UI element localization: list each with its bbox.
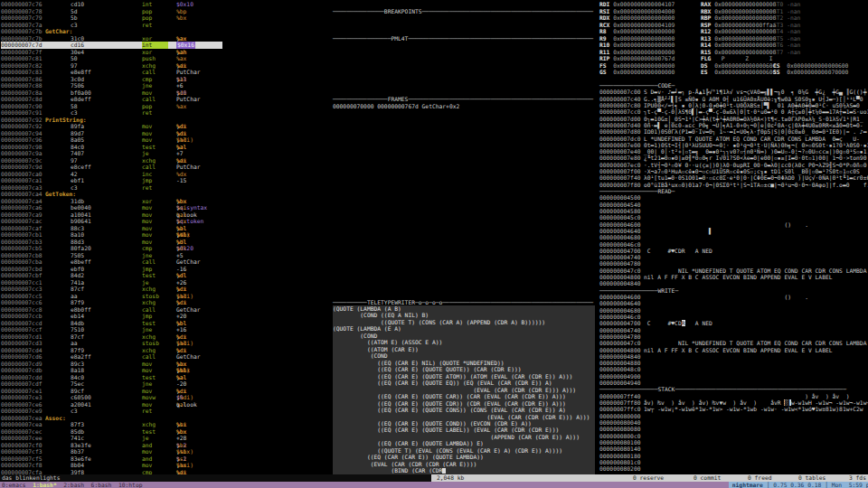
- disasm-row[interactable]: 000000007ca9a10041movq.look,%ax: [1, 211, 332, 219]
- disasm-row[interactable]: 000000007caf88c3mov%al,%bl: [1, 225, 332, 232]
- disasm-row[interactable]: 000000007c9058pop%ax: [1, 103, 332, 110]
- instruction-bytes: 84db: [71, 320, 84, 327]
- instruction-bytes: 3c0d: [71, 76, 84, 83]
- disasm-row[interactable]: 000000007c9489d7mov%dx,%di: [1, 130, 332, 137]
- disasm-row[interactable]: 000000007cee741cje+28: [1, 435, 332, 442]
- instruction-bytes: 741c: [71, 435, 84, 442]
- instruction-address: 000000007cd1: [1, 333, 42, 341]
- instruction-bytes: c60500: [71, 394, 91, 401]
- tmux-window-1bash[interactable]: 1:bash*: [26, 482, 57, 488]
- disasm-row[interactable]: 000000007ca1ebf1jmp-15: [1, 177, 332, 184]
- disasm-row[interactable]: 000000007c9289famov%di,%dx: [1, 123, 332, 130]
- disasm-row[interactable]: 000000007c863c0dcmp$13,%al: [1, 76, 332, 83]
- disasm-row[interactable]: 000000007ccbeb14jmp+20: [1, 313, 332, 320]
- disasm-row[interactable]: 000000007c8abf0a00mov$10,%di: [1, 89, 332, 97]
- disasm-row[interactable]: 000000007cb388d3mov%dl,%bl: [1, 239, 332, 246]
- instruction-bytes: 87f9: [71, 347, 84, 354]
- tmux-window-2bash[interactable]: 2:bash: [57, 482, 84, 488]
- memory-row: 000000007d000┐▬10G±│_0S¬1¹|C>╪A(t╪¹╪A0R0…: [599, 116, 867, 122]
- disasm-row[interactable]: 000000007cb580fa20cmp$0x20,%dl: [1, 245, 332, 252]
- disasm-row[interactable]: 000000007cf38b37mov(%bx),%si: [1, 448, 332, 455]
- teletypewriter-screen[interactable]: (QUOTE (LAMBDA (A B) (COND ((EQ A NIL) B…: [333, 305, 595, 474]
- disasm-row[interactable]: 000000007cdd84c0test%al,%al: [1, 374, 332, 381]
- disasm-row[interactable]: 000000007cc1741aje+26: [1, 279, 332, 286]
- disasm-row[interactable]: 000000007cc8e8b0ffcallGetChar: [1, 306, 332, 314]
- tmux-window-6bash[interactable]: 6:bash: [84, 482, 111, 488]
- disasm-row[interactable]: 000000007ce9c3ret: [1, 408, 332, 415]
- disasm-row[interactable]: 000000007c9c97xchg%ax,%di: [1, 157, 332, 164]
- memory-row: 000000004740: [599, 254, 867, 260]
- disasm-row[interactable]: 000000007c887506jne+6: [1, 82, 332, 89]
- disasm-row[interactable]: 000000007cec85dbtest%bx,%bx: [1, 428, 332, 436]
- disasm-row[interactable]: 000000007c7f30e4xor%ah,%ah: [1, 49, 332, 56]
- disasm-row[interactable]: 000000007cdb8a18mov(%bx,%si),%bl: [1, 367, 332, 374]
- disasm-row[interactable]: 000000007ccd84dbtest%bl,%bl: [1, 320, 332, 327]
- disasm-row[interactable]: 000000007c7b31c0xor%ax,%ax: [1, 35, 332, 42]
- disasm-row[interactable]: 000000007cd989c3mov%ax,%bx: [1, 361, 332, 368]
- disasm-row[interactable]: 000000007ca3c3ret: [1, 184, 332, 192]
- tmux-window-0emacs[interactable]: 0:emacs: [2, 482, 26, 488]
- disasm-row[interactable]: 000000007ce189cfmov%cx,%di: [1, 388, 332, 395]
- tty-line: ((EQ (CAR E) (QUOTE QUOTE)) (CAR (CDR E)…: [333, 366, 595, 372]
- disasm-row[interactable]: 000000007ca431dbxor%bx,%bx: [1, 198, 332, 205]
- disasm-row[interactable]: 000000007c76cd10int$0x10: [1, 1, 332, 8]
- disasm-row[interactable]: 000000007cacb90641mov$q.token,%cx: [1, 218, 332, 225]
- disasm-row[interactable]: 000000007cd187cfxchg%di,%cx: [1, 333, 332, 341]
- disasm-label-row[interactable]: 000000007c7bGetChar:: [1, 28, 332, 35]
- disasm-label-row[interactable]: 000000007ceaAssoc:: [1, 415, 332, 422]
- disasm-row[interactable]: 000000007cf583e6feand$-2,%si: [1, 455, 332, 463]
- disasm-row[interactable]: 000000007cb18a10mov(%bx,%si),%dl: [1, 231, 332, 239]
- disasm-row[interactable]: 000000007ce3c60500movw$0,(%di): [1, 394, 332, 401]
- instruction-mnemonic: je: [142, 150, 149, 157]
- disasm-row[interactable]: 000000007c9de8ceffcallPutChar: [1, 164, 332, 171]
- disasm-row[interactable]: 000000007ccf7510jne+16: [1, 326, 332, 333]
- disasm-row[interactable]: 000000007ce6a20041mov%al,q.look: [1, 401, 332, 408]
- disasm-row[interactable]: 000000007ca6be0040mov$q.syntax,%si: [1, 204, 332, 211]
- disasm-row[interactable]: 000000007cc687f9xchg%cx,%di: [1, 299, 332, 306]
- disasm-row[interactable]: 000000007c968a05mov(%di),%al: [1, 136, 332, 144]
- disasm-row[interactable]: 000000007c91c3ret: [1, 109, 332, 117]
- memory-row: 000000080000: [599, 413, 867, 419]
- disasm-row[interactable]: 000000007c7ac3ret: [1, 22, 332, 29]
- disasm-row[interactable]: 000000007cbdebf0jmp-16: [1, 266, 332, 273]
- instruction-address: 000000007c79: [1, 14, 42, 22]
- disasm-row[interactable]: 000000007cd487f9xchg%cx,%di: [1, 347, 332, 354]
- disasm-row[interactable]: 000000007cd6e8a2ffcallGetChar: [1, 353, 332, 361]
- disasm-row[interactable]: 000000007c785dpop%bp: [1, 8, 332, 15]
- disasm-label-row[interactable]: 000000007c92PrintString:: [1, 117, 332, 124]
- disasm-row[interactable]: 000000007c8de8deffcallPutChar: [1, 96, 332, 103]
- disasm-row[interactable]: 000000007cd3aastosb%al,(%di): [1, 340, 332, 347]
- disasm-row[interactable]: 000000007c83e8e8ffcallPutChar: [1, 69, 332, 76]
- disasm-row[interactable]: 000000007c8297xchg%ax,%di: [1, 62, 332, 70]
- disasm-row[interactable]: 000000007cf083e3feand$-2,%bx: [1, 442, 332, 449]
- frame-entry[interactable]: 000000070000 00000000767d GetChar+0x2: [333, 103, 459, 110]
- instruction-mnemonic: jne: [142, 380, 152, 388]
- disasm-row[interactable]: 000000007c8150push%ax: [1, 55, 332, 62]
- disasm-row[interactable]: 000000007cc387cfxchg%di,%cx: [1, 286, 332, 293]
- symbol-label: PrintString:: [45, 117, 87, 124]
- disasm-row[interactable]: 000000007cdf75ecjne-20: [1, 380, 332, 388]
- instruction-address: 000000007cc1: [1, 279, 42, 286]
- memory-row: 0000000046c0: [599, 241, 867, 248]
- instruction-mnemonic: mov: [142, 448, 152, 455]
- disasm-row[interactable]: 000000007cf88b04mov(%si),%ax: [1, 462, 332, 469]
- disasm-row[interactable]: 000000007cbae8beffcallGetChar: [1, 258, 332, 266]
- instruction-bytes: 7505: [71, 252, 84, 259]
- disasm-row[interactable]: 000000007cea87f3xchg%bx,%si: [1, 421, 332, 428]
- instruction-mnemonic: xchg: [142, 62, 156, 70]
- disasm-row[interactable]: 000000007c7dcd16int$0x16: [1, 42, 222, 49]
- tmux-window-10htop[interactable]: 10:htop: [111, 482, 142, 488]
- disasm-row[interactable]: 000000007c9a7407je+7: [1, 150, 332, 157]
- disasm-row[interactable]: 000000007c795bpop%bx: [1, 14, 332, 22]
- disasm-row[interactable]: 000000007c9884c0test%al,%al: [1, 144, 332, 151]
- disasm-row[interactable]: 000000007cb87505jne+5: [1, 252, 332, 259]
- instruction-address: 000000007c76: [1, 1, 42, 8]
- memory-row: 000000080040: [599, 419, 867, 426]
- disasm-row[interactable]: 000000007cbf84d2test%dl,%dl: [1, 272, 332, 279]
- disasm-row[interactable]: 000000007cc5aastosb%al,(%di): [1, 293, 332, 300]
- disasm-row[interactable]: 000000007ca042inc%dx: [1, 171, 332, 178]
- status-field: 0 reserve: [633, 474, 664, 482]
- instruction-bytes: 5b: [71, 14, 78, 22]
- disasm-label-row[interactable]: 000000007ca4GetToken:: [1, 191, 332, 198]
- instruction-bytes: e8beff: [71, 258, 91, 266]
